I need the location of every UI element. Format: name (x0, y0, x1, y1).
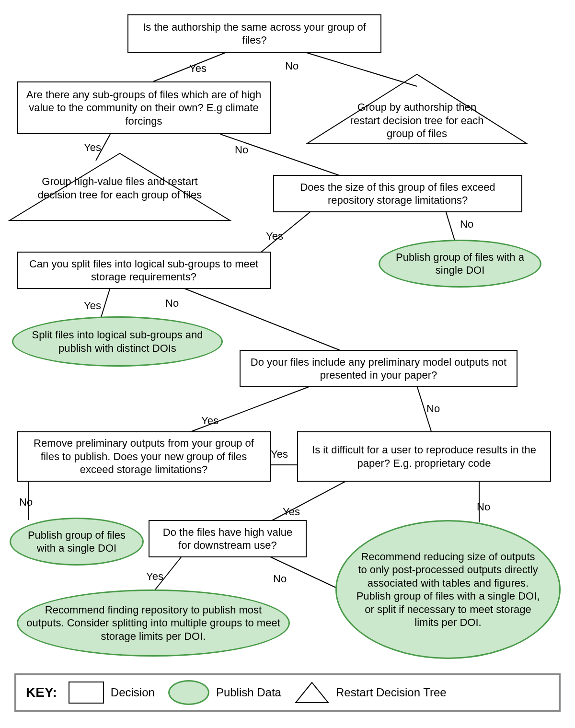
edge-label-yes: Yes (84, 141, 101, 154)
decision-high-value-downstream: Do the files have high value for downstr… (149, 520, 307, 557)
edge-label-yes: Yes (84, 300, 101, 312)
edge-label-no: No (285, 60, 299, 72)
svg-line-1 (307, 53, 417, 86)
publish-single-doi-1: Publish group of files with a single DOI (379, 240, 541, 288)
edge-label-yes: Yes (266, 230, 283, 243)
edge-label-no: No (460, 218, 473, 231)
rectangle-icon (69, 682, 104, 704)
edge-label-no: No (19, 496, 33, 508)
publish-find-repo: Recommend finding repository to publish … (17, 589, 290, 657)
decision-split-logical: Can you split files into logical sub-gro… (17, 252, 271, 289)
edge-label-no: No (426, 403, 440, 415)
svg-line-14 (268, 482, 345, 522)
edge-label-no: No (165, 297, 179, 310)
edge-label-no: No (273, 573, 287, 585)
publish-single-doi-2: Publish group of files with a single DOI (10, 518, 144, 566)
legend-restart-label: Restart Decision Tree (336, 686, 447, 699)
restart-group-highvalue: Group high-value files and restart decis… (34, 175, 206, 201)
edge-label-yes: Yes (146, 570, 163, 583)
triangle-icon (295, 682, 329, 704)
legend-publish-label: Publish Data (216, 686, 281, 699)
flowchart-canvas: Is the authorship the same across your g… (0, 0, 575, 728)
legend-item-decision: Decision (69, 682, 155, 704)
decision-reproduce: Is it difficult for a user to reproduce … (297, 431, 551, 482)
edge-label-yes: Yes (201, 415, 218, 427)
svg-line-7 (446, 211, 455, 242)
publish-split-distinct: Split files into logical sub-groups and … (12, 316, 223, 367)
ellipse-icon (168, 680, 209, 705)
decision-size-exceed: Does the size of this group of files exc… (273, 175, 522, 212)
restart-group-authorship: Group by authorship then restart decisio… (343, 101, 491, 140)
edge-label-yes: Yes (189, 62, 207, 75)
decision-subgroups: Are there any sub-groups of files which … (17, 81, 271, 134)
publish-reduce-size: Recommend reducing size of outputs to on… (335, 520, 561, 659)
svg-line-8 (101, 288, 110, 319)
legend-key: KEY: Decision Publish Data Restart Decis… (14, 673, 561, 712)
decision-remove-prelim: Remove preliminary outputs from your gro… (17, 431, 271, 482)
edge-label-yes: Yes (283, 506, 300, 518)
decision-prelim-outputs: Do your files include any preliminary mo… (240, 350, 518, 387)
svg-marker-18 (296, 682, 328, 703)
legend-decision-label: Decision (111, 686, 155, 699)
legend-item-restart: Restart Decision Tree (295, 682, 447, 704)
decision-authorship: Is the authorship the same across your g… (127, 14, 381, 53)
edge-label-yes: Yes (271, 448, 288, 461)
legend-key-label: KEY: (26, 685, 57, 700)
edge-label-no: No (235, 144, 248, 156)
edge-label-no: No (477, 501, 490, 513)
legend-item-publish: Publish Data (168, 680, 281, 705)
